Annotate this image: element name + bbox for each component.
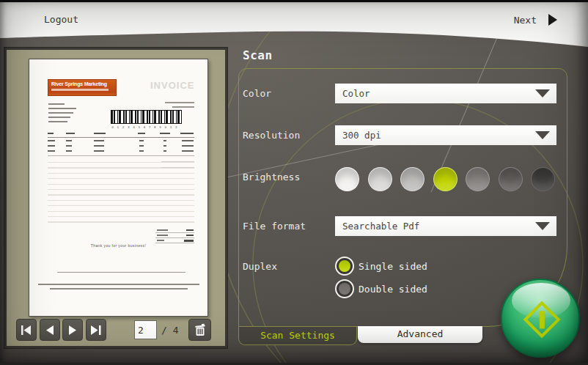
preview-panel: River Springs Marketing INVOICE 01234567…: [4, 48, 227, 348]
previous-page-button[interactable]: [40, 319, 60, 341]
resolution-label: Resolution: [243, 130, 300, 141]
file-format-dropdown[interactable]: Searchable Pdf: [335, 216, 556, 236]
radio-double-sided[interactable]: [335, 279, 354, 298]
first-page-button[interactable]: [16, 319, 37, 341]
radio-double-sided-dot: [339, 283, 350, 295]
tab-scan-settings[interactable]: Scan Settings: [238, 327, 357, 345]
invoice-logo-banner: River Springs Marketing: [48, 79, 117, 96]
page-number-input[interactable]: [134, 320, 157, 339]
tab-advanced[interactable]: Advanced: [358, 326, 482, 343]
invoice-company-name: River Springs Marketing: [51, 81, 114, 87]
chevron-down-icon: [535, 222, 550, 230]
resolution-dropdown-value: 300 dpi: [342, 130, 381, 141]
last-page-button[interactable]: [86, 319, 106, 341]
brightness-label: Brightness: [243, 172, 300, 182]
invoice-tagline: [51, 89, 109, 91]
invoice-barcode: [111, 110, 182, 124]
brightness-level-2[interactable]: [368, 167, 392, 191]
brightness-level-1[interactable]: [335, 167, 359, 191]
invoice-thank-you: Thank you for your business!: [29, 243, 207, 248]
next-page-button[interactable]: [62, 319, 83, 341]
brightness-level-5[interactable]: [466, 167, 490, 191]
delete-page-button[interactable]: [188, 319, 211, 341]
duplex-label: Duplex: [243, 261, 277, 272]
document-preview[interactable]: River Springs Marketing INVOICE 01234567…: [29, 59, 208, 317]
color-dropdown-value: Color: [342, 88, 370, 99]
resolution-dropdown[interactable]: 300 dpi: [335, 125, 556, 145]
invoice-totals-box: [155, 228, 194, 243]
brightness-level-4-selected[interactable]: [433, 167, 457, 191]
next-arrow-icon: [548, 14, 557, 26]
scan-panel-title: Scan: [243, 48, 273, 62]
double-sided-label[interactable]: Double sided: [359, 284, 427, 295]
radio-single-sided[interactable]: [335, 257, 354, 276]
start-scan-button[interactable]: [501, 279, 580, 358]
brightness-level-6[interactable]: [499, 167, 523, 191]
brightness-level-3[interactable]: [400, 167, 425, 191]
color-dropdown[interactable]: Color: [335, 84, 556, 103]
page-total-label: / 4: [161, 325, 178, 336]
next-button[interactable]: Next: [514, 14, 557, 26]
color-label: Color: [243, 88, 271, 99]
brightness-level-7[interactable]: [531, 167, 555, 191]
chevron-down-icon: [535, 89, 550, 97]
trash-icon: [194, 323, 207, 336]
file-format-label: File format: [243, 221, 306, 232]
file-format-dropdown-value: Searchable Pdf: [342, 221, 419, 232]
radio-single-sided-dot: [339, 260, 350, 272]
top-bar: [0, 0, 588, 51]
next-label: Next: [514, 15, 537, 26]
invoice-barcode-digits: 0123456789012: [111, 125, 182, 129]
single-sided-label[interactable]: Single sided: [359, 261, 427, 272]
chevron-down-icon: [535, 131, 550, 139]
invoice-watermark: INVOICE: [150, 80, 194, 91]
screen-top-edge: [0, 0, 588, 2]
logout-button[interactable]: Logout: [44, 14, 78, 25]
